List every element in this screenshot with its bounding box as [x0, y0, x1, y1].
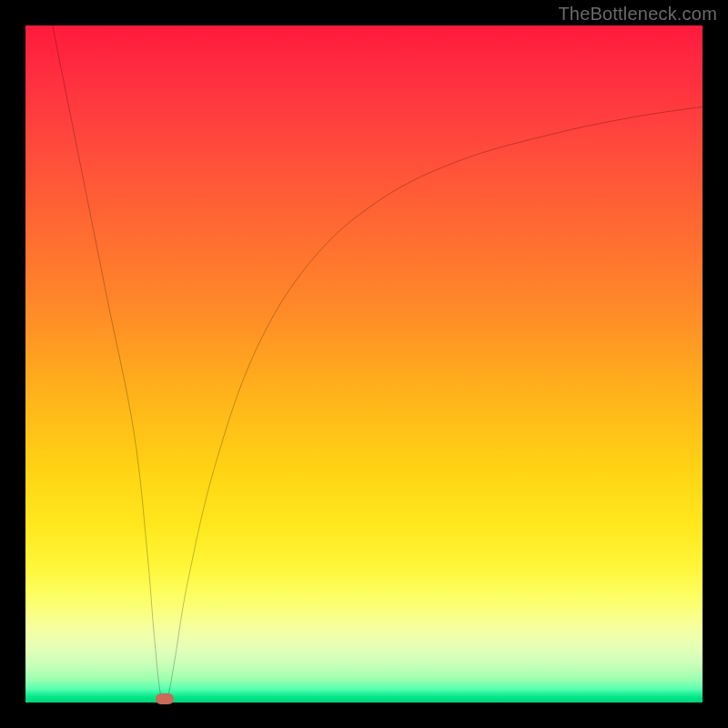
- plot-area: [25, 25, 703, 703]
- watermark-text: TheBottleneck.com: [558, 4, 717, 25]
- bottleneck-curve: [25, 25, 703, 703]
- optimum-marker: [156, 693, 174, 704]
- chart-frame: TheBottleneck.com: [0, 0, 728, 728]
